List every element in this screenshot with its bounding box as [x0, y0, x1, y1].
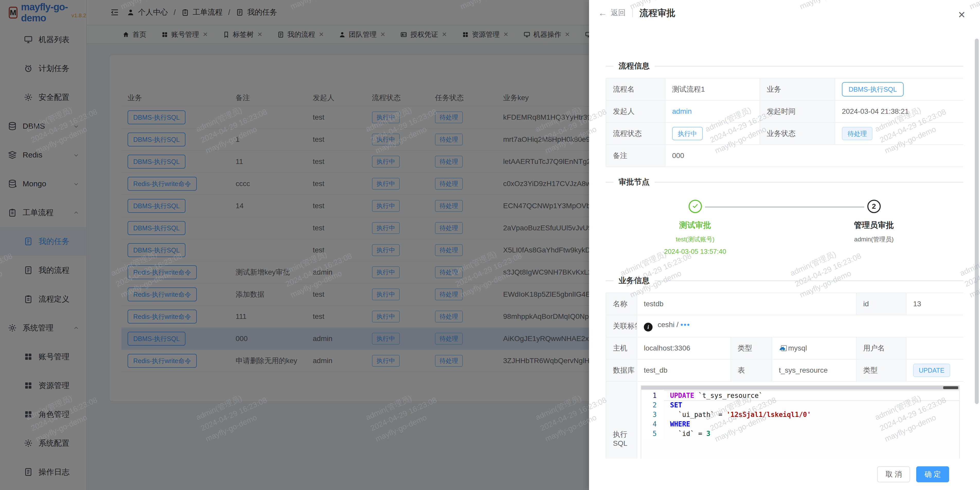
confirm-button[interactable]: 确 定	[916, 466, 949, 482]
sql-code-lines: 1UPDATE `t_sys_resource`2SET3 `ui_path` …	[641, 386, 959, 439]
sql-editor[interactable]: 1UPDATE `t_sys_resource`2SET3 `ui_path` …	[641, 385, 960, 459]
step-title: 测试审批	[679, 220, 711, 231]
sql-line: 3 `ui_path` = '12sSjal1/lskeiql1/0'	[641, 410, 959, 420]
desc-label: id	[856, 293, 906, 315]
desc-value: t_sys_resource	[772, 359, 856, 381]
desc-value: test_db	[637, 359, 731, 381]
step-pending: 2 管理员审批 admin(管理员)	[784, 195, 963, 255]
desc-label: 关联标签	[606, 315, 637, 337]
biz-status-tag: 待处理	[842, 127, 872, 140]
section-flow-info: 流程信息	[606, 61, 963, 71]
desc-label: 类型	[731, 337, 772, 359]
desc-value: 测试流程1	[665, 78, 760, 101]
line-number: 1	[641, 391, 664, 401]
cancel-button[interactable]: 取 消	[877, 466, 910, 482]
sql-line-code: UPDATE `t_sys_resource`	[664, 391, 959, 401]
desc-label: 执行SQL	[606, 381, 637, 459]
desc-label: 业务状态	[760, 123, 835, 145]
step-number: 2	[872, 202, 876, 211]
step-time: 2024-03-05 13:57:40	[664, 247, 726, 255]
db-type-text: mysql	[788, 344, 807, 352]
desc-value: testdb	[637, 293, 856, 315]
tag-path: ceshi /	[658, 321, 679, 329]
drawer-scrollbar[interactable]	[975, 38, 979, 404]
section-title: 审批节点	[619, 177, 649, 187]
desc-value: localhost:3306	[637, 337, 731, 359]
approval-drawer: ← 返回 流程审批 ✕ 流程信息 流程名 测试流程1 业务 DBMS-执行SQL…	[589, 0, 980, 490]
back-button[interactable]: ← 返回	[598, 8, 625, 18]
drawer-footer: 取 消 确 定	[589, 459, 980, 490]
back-arrow-icon: ←	[598, 8, 607, 18]
desc-value: 13	[906, 293, 963, 315]
desc-value: 000	[665, 145, 963, 167]
step-account: test(测试账号)	[676, 235, 714, 243]
editor-scroll-track	[641, 386, 959, 389]
desc-label: 主机	[606, 337, 637, 359]
sql-op-tag: UPDATE	[913, 364, 950, 377]
drawer-title: 流程审批	[640, 7, 675, 19]
db-type-cell: mysql	[772, 337, 856, 359]
drawer-body: 流程信息 流程名 测试流程1 业务 DBMS-执行SQL 发起人 admin 发…	[606, 26, 963, 459]
desc-label: 表	[731, 359, 772, 381]
step-connector	[705, 206, 864, 207]
line-number: 4	[641, 420, 664, 429]
section-approval-nodes: 审批节点	[606, 177, 963, 187]
mysql-dolphin-icon	[779, 344, 788, 351]
step-check-circle	[689, 200, 702, 213]
flow-status-tag: 执行中	[672, 127, 703, 140]
desc-value: 2024-03-04 21:38:21	[835, 101, 963, 123]
biz-type-tag: DBMS-执行SQL	[842, 82, 904, 96]
sql-line: 2SET	[641, 401, 959, 410]
desc-label: 备注	[606, 145, 665, 167]
sql-line: 4WHERE	[641, 420, 959, 429]
step-account: admin(管理员)	[854, 235, 894, 243]
biz-info-table: 名称 testdb id 13 关联标签 i ceshi / ••• 主机 lo…	[606, 293, 963, 459]
flow-info-table: 流程名 测试流程1 业务 DBMS-执行SQL 发起人 admin 发起时间 2…	[606, 78, 963, 167]
check-icon	[691, 202, 699, 211]
app-root: M mayfly-go-demo v1.8.2 机器列表 计划任务 安全配置	[0, 0, 980, 490]
initiator-link[interactable]: admin	[672, 107, 692, 115]
desc-label: 名称	[606, 293, 637, 315]
section-biz-info: 业务信息	[606, 275, 963, 286]
desc-label: 流程状态	[606, 123, 665, 145]
desc-label: 业务	[760, 78, 835, 101]
sql-line-code: SET	[664, 401, 959, 410]
desc-label: 数据库	[606, 359, 637, 381]
desc-label: 发起时间	[760, 101, 835, 123]
related-tags-cell: i ceshi / •••	[637, 315, 963, 337]
step-title: 管理员审批	[854, 220, 894, 231]
step-number-circle: 2	[867, 200, 881, 213]
desc-value	[906, 337, 963, 359]
drawer-header: ← 返回 流程审批 ✕	[589, 0, 980, 26]
info-icon: i	[644, 323, 652, 332]
section-title: 流程信息	[619, 61, 649, 71]
desc-label: 类型	[856, 359, 906, 381]
close-icon[interactable]: ✕	[958, 10, 966, 19]
step-completed: 测试审批 test(测试账号) 2024-03-05 13:57:40	[606, 195, 784, 255]
header-divider	[632, 8, 633, 17]
more-tags-button[interactable]: •••	[681, 321, 690, 329]
sql-line-code: `ui_path` = '12sSjal1/lskeiql1/0'	[664, 410, 959, 420]
sql-line-code: `id` = 3	[664, 429, 959, 439]
editor-scroll-thumb[interactable]	[943, 386, 958, 389]
desc-label: 用户名	[856, 337, 906, 359]
sql-line: 1UPDATE `t_sys_resource`	[641, 391, 959, 401]
line-number: 5	[641, 429, 664, 439]
desc-label: 发起人	[606, 101, 665, 123]
section-title: 业务信息	[619, 275, 649, 286]
back-label: 返回	[611, 8, 625, 18]
line-number: 3	[641, 410, 664, 420]
approval-steps: 测试审批 test(测试账号) 2024-03-05 13:57:40 2 管理…	[606, 195, 963, 264]
desc-label: 流程名	[606, 78, 665, 101]
sql-line: 5 `id` = 3	[641, 429, 959, 439]
sql-line-code: WHERE	[664, 420, 959, 429]
line-number: 2	[641, 401, 664, 410]
